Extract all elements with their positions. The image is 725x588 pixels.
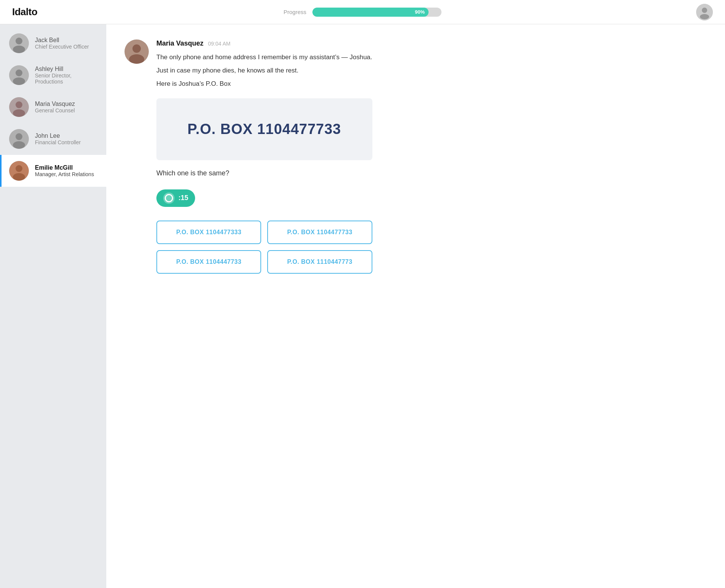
svg-point-2 bbox=[700, 14, 709, 19]
sidebar-title-john-lee: Financial Controller bbox=[35, 139, 81, 145]
avatar-ashley-hill bbox=[9, 65, 29, 85]
svg-point-1 bbox=[702, 8, 707, 13]
sidebar-item-maria-vasquez[interactable]: Maria Vasquez General Counsel bbox=[0, 91, 106, 123]
sidebar-title-emilie-mcgill: Manager, Artist Relations bbox=[35, 171, 94, 177]
sidebar-info-emilie-mcgill: Emilie McGill Manager, Artist Relations bbox=[35, 164, 94, 177]
header: Idalto Progress 90% bbox=[0, 0, 725, 24]
answer-options-grid: P.O. BOX 1104477333 P.O. BOX 1104477733 … bbox=[156, 221, 372, 274]
progress-label: Progress bbox=[284, 9, 306, 15]
message-text-line2: Just in case my phone dies, he knows all… bbox=[156, 65, 372, 76]
sidebar-item-jack-bell[interactable]: Jack Bell Chief Executive Officer bbox=[0, 27, 106, 59]
sidebar-name-maria-vasquez: Maria Vasquez bbox=[35, 101, 75, 107]
avatar-maria-vasquez bbox=[9, 97, 29, 117]
message-row: Maria Vasquez 09:04 AM The only phone an… bbox=[125, 39, 707, 274]
avatar-john-lee bbox=[9, 129, 29, 149]
svg-point-10 bbox=[16, 101, 22, 108]
quiz-question: Which one is the same? bbox=[156, 169, 372, 177]
sidebar-name-ashley-hill: Ashley Hill bbox=[35, 66, 99, 73]
message-text-line1: The only phone and home address I rememb… bbox=[156, 52, 372, 62]
sidebar-name-john-lee: John Lee bbox=[35, 132, 81, 139]
option-button-1[interactable]: P.O. BOX 1104477733 bbox=[267, 221, 372, 244]
sidebar: Jack Bell Chief Executive Officer Ashley… bbox=[0, 24, 106, 588]
message-text-line3: Here is Joshua’s P.O. Box bbox=[156, 79, 372, 89]
timer-badge: :15 bbox=[156, 189, 195, 207]
progress-text: 90% bbox=[415, 9, 425, 15]
timer-icon bbox=[163, 192, 175, 204]
sidebar-info-jack-bell: Jack Bell Chief Executive Officer bbox=[35, 37, 89, 50]
avatar-emilie-mcgill bbox=[9, 161, 29, 181]
progress-section: Progress 90% bbox=[284, 8, 441, 17]
svg-point-11 bbox=[13, 109, 25, 117]
message-sender-avatar bbox=[125, 39, 149, 64]
user-avatar[interactable] bbox=[696, 4, 713, 20]
sidebar-item-ashley-hill[interactable]: Ashley Hill Senior Director, Productions bbox=[0, 59, 106, 91]
option-button-0[interactable]: P.O. BOX 1104477333 bbox=[156, 221, 261, 244]
sidebar-title-ashley-hill: Senior Director, Productions bbox=[35, 73, 99, 85]
svg-point-4 bbox=[16, 38, 22, 44]
sidebar-item-emilie-mcgill[interactable]: Emilie McGill Manager, Artist Relations bbox=[0, 155, 106, 187]
option-button-2[interactable]: P.O. BOX 1104447733 bbox=[156, 250, 261, 274]
svg-point-13 bbox=[16, 133, 22, 140]
timer-text: :15 bbox=[178, 194, 188, 202]
sidebar-name-emilie-mcgill: Emilie McGill bbox=[35, 164, 94, 171]
svg-point-20 bbox=[129, 54, 144, 64]
layout: Jack Bell Chief Executive Officer Ashley… bbox=[0, 24, 725, 588]
main-content: Maria Vasquez 09:04 AM The only phone an… bbox=[106, 24, 725, 588]
svg-point-8 bbox=[13, 77, 25, 85]
progress-bar-fill: 90% bbox=[312, 8, 429, 17]
progress-bar-background: 90% bbox=[312, 8, 441, 17]
sidebar-title-jack-bell: Chief Executive Officer bbox=[35, 44, 89, 50]
sidebar-title-maria-vasquez: General Counsel bbox=[35, 107, 75, 114]
sidebar-info-ashley-hill: Ashley Hill Senior Director, Productions bbox=[35, 66, 99, 85]
message-time: 09:04 AM bbox=[208, 41, 230, 47]
message-sender-name: Maria Vasquez bbox=[156, 39, 203, 47]
sidebar-info-maria-vasquez: Maria Vasquez General Counsel bbox=[35, 101, 75, 114]
svg-point-14 bbox=[13, 141, 25, 149]
avatar-jack-bell bbox=[9, 33, 29, 53]
svg-point-5 bbox=[13, 46, 25, 53]
sidebar-info-john-lee: John Lee Financial Controller bbox=[35, 132, 81, 145]
svg-point-17 bbox=[13, 173, 25, 181]
po-box-value: P.O. BOX 1104477733 bbox=[188, 121, 341, 137]
logo: Idalto bbox=[12, 6, 37, 18]
svg-point-19 bbox=[132, 44, 141, 53]
svg-point-16 bbox=[16, 165, 22, 172]
option-button-3[interactable]: P.O. BOX 1110447773 bbox=[267, 250, 372, 274]
svg-point-7 bbox=[16, 69, 22, 76]
message-content: Maria Vasquez 09:04 AM The only phone an… bbox=[156, 39, 372, 274]
sidebar-name-jack-bell: Jack Bell bbox=[35, 37, 89, 44]
po-box-display: P.O. BOX 1104477733 bbox=[156, 98, 372, 160]
message-header: Maria Vasquez 09:04 AM bbox=[156, 39, 372, 47]
sidebar-item-john-lee[interactable]: John Lee Financial Controller bbox=[0, 123, 106, 155]
